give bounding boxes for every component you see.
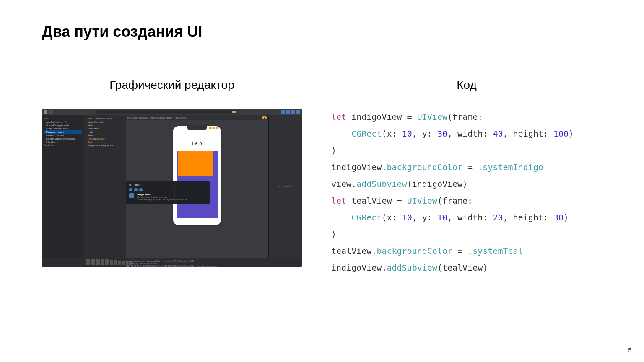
outline-item: Hello [86, 130, 124, 134]
nav-project: pres [44, 117, 82, 119]
status-icons [209, 127, 218, 129]
code-member: systemIndigo [483, 162, 543, 172]
code-text: (tealView) [437, 263, 488, 273]
right-heading: Код [331, 78, 602, 92]
warning-icon [232, 111, 236, 113]
code-class: CGRect [351, 129, 382, 139]
phone-notch [187, 126, 207, 130]
code-text: indigoView. [331, 162, 387, 172]
code-number: 100 [553, 129, 569, 139]
code-text: view. [331, 179, 356, 189]
code-number: 40 [493, 129, 503, 139]
page-number: 5 [628, 347, 631, 354]
code-text: , y: [412, 212, 437, 222]
xcode-screenshot: pres AppDelegate.swift SceneDelegate.swi… [42, 109, 302, 267]
code-member: backgroundColor [387, 162, 462, 172]
code-text: , width: [447, 212, 493, 222]
breadcrumb-text: pres › Main.storyboard › Main.storyboard… [127, 116, 186, 119]
search-icon: 🔍 [129, 184, 132, 186]
outline-scene: View Controller Scene [86, 117, 124, 120]
code-text: ) [564, 212, 569, 222]
code-text: (frame: [447, 112, 483, 122]
nav-file: ViewController.swift [44, 127, 82, 130]
device-bar [86, 259, 132, 265]
phone-hello-label: Hello [192, 141, 202, 146]
console-output: You are missing the ' ' x asp.arpNode = … [126, 260, 301, 267]
right-column: Код let indigoView = UIView(frame: CGRec… [319, 78, 602, 276]
slide-title: Два пути создания UI [42, 23, 602, 41]
code-class: UIView [417, 112, 447, 122]
columns: Графический редактор pres AppDele [42, 78, 602, 276]
left-heading: Графический редактор [42, 78, 302, 92]
code-text: = . [452, 246, 473, 256]
code-text: , height: [503, 129, 553, 139]
code-number: 10 [402, 212, 412, 222]
code-text: , height: [503, 212, 553, 222]
toolbar-status [96, 110, 237, 114]
code-text: tealView. [331, 246, 377, 256]
library-search: 🔍 [127, 183, 208, 187]
phone-mockup: Hello [172, 125, 222, 226]
image-view-icon [129, 193, 134, 198]
library-filter-icons [127, 187, 208, 192]
code-indent [331, 129, 351, 139]
code-number: 30 [553, 212, 564, 222]
outline-item: Exit [86, 140, 124, 144]
code-text: indigoView = [346, 112, 417, 122]
xcode-bottom-bar: You are missing the ' ' x asp.arpNode = … [42, 258, 302, 267]
code-number: 30 [437, 129, 447, 139]
code-member: addSubview [387, 263, 437, 273]
code-text: (frame: [437, 196, 473, 206]
code-number: 10 [437, 212, 447, 222]
object-library: 🔍 Image View UIImageView: Displays an im… [126, 181, 210, 204]
code-text: tealView = [346, 196, 407, 206]
outline-item: Storyboard Entry Point [86, 144, 124, 147]
breadcrumb-warning-icon: 1 [262, 116, 267, 119]
nav-file: AppDelegate.swift [44, 120, 82, 124]
code-text: (indigoView) [407, 179, 468, 189]
code-text: ) [331, 229, 336, 239]
xcode-toolbar [42, 109, 302, 115]
outline-item: First Responder [86, 137, 124, 140]
run-button-icon [44, 110, 47, 114]
library-item-desc: Shows an image, or series of images as a… [137, 198, 206, 201]
code-number: 10 [402, 129, 412, 139]
outline-item: View [86, 134, 124, 137]
nav-file: Info.plist [44, 140, 82, 144]
nav-file: Assets.xcassets [44, 134, 82, 137]
code-text: ) [331, 145, 336, 155]
nav-file: SceneDelegate.swift [44, 124, 82, 127]
nav-file-selected: Main.storyboard [44, 130, 82, 134]
library-search-input [134, 184, 159, 186]
code-keyword: let [331, 196, 346, 206]
document-outline: View Controller Scene View Controller Vi… [84, 115, 126, 258]
code-indent [331, 212, 351, 222]
phone-orange-view [178, 151, 213, 176]
nav-file: LaunchScreen.storyboard [44, 137, 82, 140]
code-text: , width: [447, 129, 493, 139]
code-text: , y: [412, 129, 437, 139]
project-navigator: pres AppDelegate.swift SceneDelegate.swi… [42, 115, 84, 258]
code-text: ) [569, 129, 574, 139]
code-text: indigoView. [331, 263, 387, 273]
outline-item: Safe Area [86, 127, 124, 130]
code-text: (x: [382, 129, 402, 139]
breadcrumb: pres › Main.storyboard › Main.storyboard… [126, 115, 268, 120]
code-text: = . [462, 162, 483, 172]
inspector-panel: No Selection [268, 115, 302, 258]
console-line: 2019-11-27 00:54:36.287960+0300 pres[395… [126, 265, 301, 267]
code-keyword: let [331, 112, 346, 122]
code-class: UIView [407, 196, 437, 206]
code-member: systemTeal [473, 246, 523, 256]
code-member: backgroundColor [377, 246, 452, 256]
inspector-no-selection: No Selection [278, 185, 292, 188]
code-member: addSubview [356, 179, 407, 189]
outline-item: View [86, 124, 124, 127]
code-block: let indigoView = UIView(frame: CGRect(x:… [331, 109, 602, 276]
left-column: Графический редактор pres AppDele [42, 78, 302, 276]
toolbar-right-icons [281, 110, 300, 114]
outline-item: View Controller [86, 120, 124, 124]
code-text: (x: [382, 212, 402, 222]
code-class: CGRect [351, 212, 382, 222]
stop-button-icon [49, 110, 53, 114]
